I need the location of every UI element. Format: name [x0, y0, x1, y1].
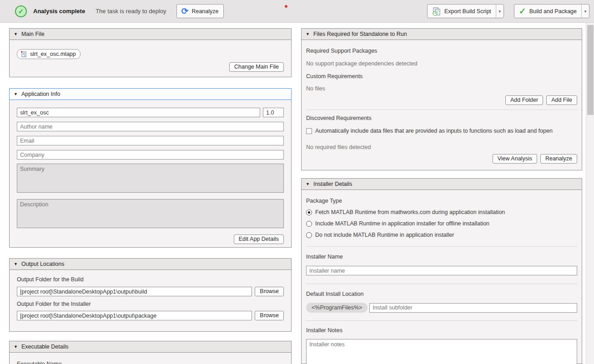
discovered-requirements-label: Discovered Requirements	[306, 115, 577, 121]
change-main-file-button[interactable]: Change Main File	[229, 62, 284, 72]
support-packages-status: No support package dependencies detected	[306, 60, 577, 67]
executable-details-title: Executable Details	[21, 344, 69, 350]
reanalyze-toolbar-label: Reanalyze	[191, 8, 218, 15]
custom-requirements-status: No files	[306, 85, 577, 92]
refresh-icon: ⟳	[181, 7, 189, 15]
view-analysis-button[interactable]: View Analysis	[493, 154, 537, 164]
divider	[306, 110, 577, 110]
radio-icon[interactable]	[306, 232, 312, 238]
installer-browse-button[interactable]: Browse	[255, 311, 284, 320]
left-column: ▼ Main File slrt_ex_osc.mlapp	[9, 28, 292, 364]
divider	[306, 246, 577, 247]
divider	[306, 320, 577, 321]
app-window: ✓ Analysis complete The task is ready to…	[0, 0, 594, 364]
installer-notes-label: Installer Notes	[306, 327, 577, 334]
main-file-title: Main File	[21, 31, 45, 37]
company-input[interactable]	[17, 150, 284, 160]
radio-option-no-runtime[interactable]: Do not include MATLAB Runtime in applica…	[306, 232, 577, 238]
install-subfolder-input[interactable]	[369, 303, 577, 313]
reanalyze-toolbar-button[interactable]: ⟳ Reanalyze	[176, 4, 224, 18]
export-build-script-label: Export Build Script	[444, 8, 491, 15]
right-column: ▼ Files Required for Standalone to Run R…	[301, 28, 582, 364]
description-textarea[interactable]	[17, 199, 284, 228]
add-folder-button[interactable]: Add Folder	[505, 95, 543, 105]
install-location-label: Default Install Location	[306, 291, 577, 297]
package-type-label: Package Type	[306, 198, 577, 204]
executable-name-label: Executable Name	[17, 361, 284, 364]
radio-label: Include MATLAB Runtime in application in…	[315, 220, 489, 227]
program-files-token[interactable]: <%ProgramFiles%>	[306, 303, 367, 313]
executable-details-header[interactable]: ▼ Executable Details	[10, 341, 291, 353]
collapse-arrow-icon: ▼	[14, 262, 18, 266]
collapse-arrow-icon: ▼	[306, 32, 310, 36]
build-check-icon: ✓	[519, 7, 526, 15]
scrollbar-thumb[interactable]	[587, 25, 594, 115]
auto-include-label: Automatically include data files that ar…	[315, 128, 553, 134]
output-locations-header[interactable]: ▼ Output Locations	[10, 259, 291, 270]
files-required-section: ▼ Files Required for Standalone to Run R…	[301, 28, 582, 170]
main-file-section: ▼ Main File slrt_ex_osc.mlapp	[9, 28, 292, 77]
radio-label: Fetch MATLAB Runtime from mathworks.com …	[315, 209, 505, 215]
custom-requirements-label: Custom Requirements	[306, 73, 577, 80]
installer-details-header[interactable]: ▼ Installer Details	[302, 179, 582, 190]
export-script-icon	[432, 7, 441, 16]
files-required-title: Files Required for Standalone to Run	[313, 31, 407, 37]
application-info-section: ▼ Application Info Edit App Details	[9, 88, 292, 248]
export-build-script-button[interactable]: Export Build Script ▾	[427, 4, 504, 18]
radio-option-include-runtime[interactable]: Include MATLAB Runtime in application in…	[306, 220, 577, 227]
author-name-input[interactable]	[17, 122, 284, 131]
application-info-title: Application Info	[21, 91, 60, 97]
collapse-arrow-icon: ▼	[14, 344, 18, 349]
output-locations-section: ▼ Output Locations Output Folder for the…	[9, 258, 292, 332]
radio-icon[interactable]	[306, 221, 312, 227]
installer-name-input[interactable]	[306, 266, 577, 275]
installer-name-label: Installer Name	[306, 254, 577, 260]
build-dropdown-arrow[interactable]: ▾	[581, 5, 589, 18]
build-and-package-label: Build and Package	[529, 8, 577, 15]
app-version-input[interactable]	[263, 108, 284, 117]
main-file-header[interactable]: ▼ Main File	[10, 29, 291, 40]
build-folder-input[interactable]	[17, 287, 252, 296]
application-info-header[interactable]: ▼ Application Info	[10, 89, 291, 100]
installer-details-title: Installer Details	[313, 181, 352, 187]
status-title: Analysis complete	[33, 8, 85, 15]
collapse-arrow-icon: ▼	[14, 92, 18, 96]
edit-app-details-button[interactable]: Edit App Details	[234, 234, 284, 244]
output-locations-title: Output Locations	[21, 261, 65, 267]
auto-include-checkbox[interactable]	[306, 128, 312, 134]
discovered-status: No required files detected	[306, 144, 577, 150]
email-input[interactable]	[17, 136, 284, 145]
top-toolbar: ✓ Analysis complete The task is ready to…	[0, 0, 594, 23]
installer-notes-textarea[interactable]	[306, 339, 577, 364]
add-file-button[interactable]: Add File	[546, 95, 577, 105]
status-complete-icon: ✓	[15, 5, 27, 17]
radio-option-fetch-runtime[interactable]: Fetch MATLAB Runtime from mathworks.com …	[306, 209, 577, 215]
installer-details-section: ▼ Installer Details Package Type Fetch M…	[301, 178, 582, 364]
build-folder-label: Output Folder for the Build	[17, 276, 284, 283]
radio-icon[interactable]	[306, 209, 312, 215]
vertical-scrollbar[interactable]	[586, 23, 594, 364]
reanalyze-button[interactable]: Reanalyze	[540, 154, 577, 164]
divider	[306, 284, 577, 284]
executable-details-section: ▼ Executable Details Executable Name	[9, 341, 292, 364]
main-file-chip[interactable]: slrt_ex_osc.mlapp	[17, 49, 81, 59]
build-browse-button[interactable]: Browse	[255, 287, 284, 296]
radio-label: Do not include MATLAB Runtime in applica…	[315, 232, 454, 238]
main-file-chip-label: slrt_ex_osc.mlapp	[30, 51, 76, 57]
support-packages-label: Required Support Packages	[306, 48, 577, 54]
summary-textarea[interactable]	[17, 164, 284, 193]
export-dropdown-arrow[interactable]: ▾	[496, 5, 503, 18]
build-and-package-button[interactable]: ✓ Build and Package ▾	[514, 4, 589, 18]
collapse-arrow-icon: ▼	[14, 32, 18, 36]
status-subtitle: The task is ready to deploy	[96, 8, 166, 15]
installer-folder-label: Output Folder for the Installer	[17, 301, 284, 307]
installer-folder-input[interactable]	[17, 311, 252, 320]
mlapp-file-icon	[20, 50, 27, 58]
collapse-arrow-icon: ▼	[306, 182, 310, 186]
app-name-input[interactable]	[17, 108, 260, 117]
cursor-dot	[285, 5, 287, 8]
files-required-header[interactable]: ▼ Files Required for Standalone to Run	[302, 29, 582, 40]
